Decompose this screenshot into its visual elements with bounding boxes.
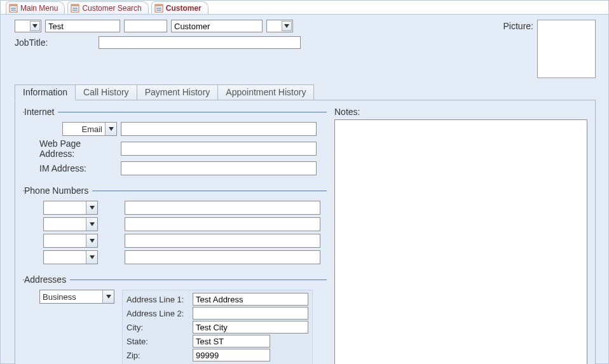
picture-label: Picture: bbox=[503, 20, 533, 78]
phone-type-dropdown[interactable] bbox=[43, 217, 98, 231]
address-line2-label: Address Line 2: bbox=[127, 309, 190, 318]
address-type-dropdown[interactable]: Business bbox=[39, 290, 114, 304]
phone-type-dropdown[interactable] bbox=[43, 250, 98, 264]
window-tab-customer[interactable]: Customer bbox=[151, 1, 209, 14]
address-line1-label: Address Line 1: bbox=[127, 295, 190, 304]
tab-content: Internet Email Web Page Address: bbox=[15, 100, 596, 364]
phone-type-dropdown[interactable] bbox=[43, 201, 98, 215]
svg-rect-1 bbox=[10, 4, 17, 6]
tab-appointment-history[interactable]: Appointment History bbox=[217, 84, 314, 100]
header-row: JobTitle: Picture: bbox=[1, 15, 608, 78]
form-icon bbox=[154, 4, 163, 13]
chevron-down-icon bbox=[86, 251, 97, 264]
chevron-down-icon bbox=[86, 201, 97, 214]
phone-group: Phone Numbers bbox=[23, 185, 327, 267]
zip-input[interactable] bbox=[193, 349, 270, 361]
tab-information[interactable]: Information bbox=[15, 84, 76, 100]
last-name-input[interactable] bbox=[171, 20, 263, 32]
internet-group: Internet Email Web Page Address: bbox=[23, 107, 327, 178]
first-name-input[interactable] bbox=[45, 20, 120, 32]
title-dropdown[interactable] bbox=[15, 20, 41, 32]
window-tab-label: Customer bbox=[166, 4, 202, 13]
suffix-dropdown[interactable] bbox=[266, 20, 293, 32]
svg-rect-7 bbox=[72, 10, 78, 11]
addresses-group: Addresses Business Address Line 1: bbox=[23, 274, 327, 364]
tab-payment-history[interactable]: Payment History bbox=[137, 84, 219, 100]
city-label: City: bbox=[127, 323, 190, 332]
detail-tabs: Information Call History Payment History… bbox=[15, 84, 596, 364]
svg-rect-10 bbox=[156, 8, 161, 9]
picture-box[interactable] bbox=[537, 20, 596, 78]
name-block: JobTitle: bbox=[15, 20, 301, 49]
window-tab-customer-search[interactable]: Customer Search bbox=[67, 1, 148, 14]
svg-rect-5 bbox=[71, 4, 79, 6]
web-label: Web Page Address: bbox=[39, 138, 117, 159]
web-input[interactable] bbox=[121, 142, 317, 156]
svg-rect-2 bbox=[11, 8, 16, 9]
form-icon bbox=[71, 4, 79, 13]
chevron-down-icon bbox=[86, 234, 97, 247]
state-input[interactable] bbox=[193, 335, 270, 347]
im-input[interactable] bbox=[121, 161, 317, 175]
right-column: Notes: bbox=[334, 107, 587, 364]
detail-tab-bar: Information Call History Payment History… bbox=[15, 84, 596, 100]
middle-name-input[interactable] bbox=[124, 20, 167, 32]
internet-legend: Internet bbox=[24, 107, 58, 117]
address-line2-input[interactable] bbox=[193, 307, 308, 320]
window-tab-main-menu[interactable]: Main Menu bbox=[6, 1, 65, 14]
svg-rect-9 bbox=[155, 4, 163, 6]
address-line1-input[interactable] bbox=[193, 293, 308, 306]
phone-legend: Phone Numbers bbox=[24, 185, 92, 196]
email-input[interactable] bbox=[121, 122, 317, 136]
addresses-legend: Addresses bbox=[24, 274, 70, 285]
zip-label: Zip: bbox=[127, 351, 190, 360]
job-title-label: JobTitle: bbox=[15, 37, 92, 48]
notes-label: Notes: bbox=[334, 107, 587, 117]
phone-number-input[interactable] bbox=[125, 201, 320, 215]
window-tab-label: Customer Search bbox=[82, 4, 141, 13]
tab-call-history[interactable]: Call History bbox=[75, 84, 137, 100]
customer-form-window: Main Menu Customer Search Customer bbox=[0, 0, 609, 364]
im-label: IM Address: bbox=[39, 163, 117, 173]
chevron-down-icon bbox=[30, 21, 40, 31]
window-tab-bar: Main Menu Customer Search Customer bbox=[1, 1, 608, 15]
chevron-down-icon bbox=[282, 21, 292, 31]
phone-number-input[interactable] bbox=[125, 250, 320, 264]
window-tab-label: Main Menu bbox=[20, 4, 58, 13]
svg-rect-11 bbox=[156, 10, 161, 11]
phone-type-dropdown[interactable] bbox=[43, 234, 98, 248]
state-label: State: bbox=[127, 337, 190, 346]
address-panel: Address Line 1: Address Line 2: City: bbox=[122, 290, 313, 364]
form-icon bbox=[9, 4, 18, 13]
phone-number-input[interactable] bbox=[125, 217, 320, 231]
city-input[interactable] bbox=[193, 321, 308, 334]
left-column: Internet Email Web Page Address: bbox=[23, 107, 327, 364]
notes-textarea[interactable] bbox=[334, 119, 587, 364]
picture-area: Picture: bbox=[503, 20, 596, 78]
svg-rect-6 bbox=[72, 8, 78, 9]
chevron-down-icon bbox=[105, 123, 116, 135]
chevron-down-icon bbox=[86, 218, 97, 231]
job-title-input[interactable] bbox=[99, 36, 301, 49]
email-type-value: Email bbox=[63, 125, 105, 134]
svg-rect-3 bbox=[11, 10, 16, 11]
address-type-value: Business bbox=[40, 292, 102, 302]
chevron-down-icon bbox=[102, 290, 114, 303]
phone-number-input[interactable] bbox=[125, 234, 320, 248]
email-type-dropdown[interactable]: Email bbox=[62, 122, 117, 136]
